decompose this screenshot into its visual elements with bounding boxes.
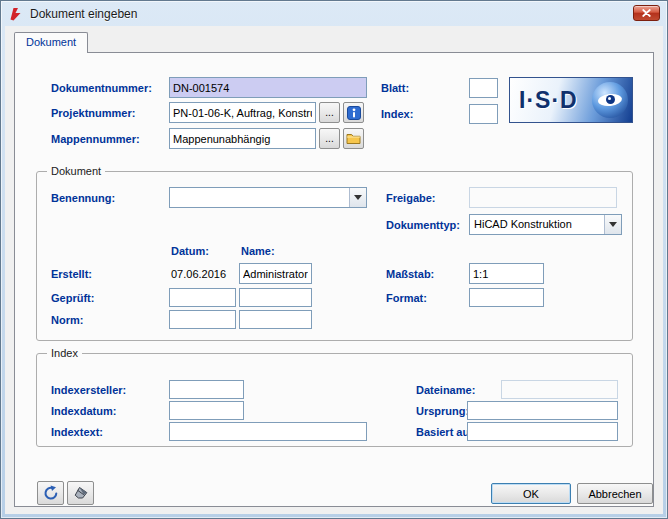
window-title: Dokument eingeben xyxy=(30,7,137,21)
tab-page: Dokumentnummer: Blatt: I·S·D Projektnumm… xyxy=(14,52,654,507)
norm-label: Norm: xyxy=(51,314,83,327)
indexdatum-input[interactable] xyxy=(169,401,244,420)
dokumentnummer-label: Dokumentnummer: xyxy=(51,82,152,95)
blatt-label: Blatt: xyxy=(381,82,409,95)
format-label: Format: xyxy=(386,292,427,305)
isd-logo-text: I·S·D xyxy=(519,87,578,114)
dateiname-label: Dateiname: xyxy=(416,384,475,397)
mappennummer-label: Mappennummer: xyxy=(51,133,140,146)
geprueft-name-input[interactable] xyxy=(239,288,312,307)
datum-column-header: Datum: xyxy=(171,245,209,258)
indextext-input[interactable] xyxy=(169,422,367,441)
isd-eye-icon xyxy=(592,82,628,118)
close-icon xyxy=(642,9,651,17)
folder-icon xyxy=(346,132,361,145)
dokumenttyp-value: HiCAD Konstruktion xyxy=(474,218,601,230)
projektnummer-browse-button[interactable]: ... xyxy=(319,102,340,123)
ursprung-label: Ursprung: xyxy=(416,405,469,418)
mappennummer-folder-button[interactable] xyxy=(343,128,364,149)
tab-dokument[interactable]: Dokument xyxy=(14,32,88,53)
benennung-label: Benennung: xyxy=(51,192,115,205)
projektnummer-input[interactable] xyxy=(169,102,316,123)
info-icon xyxy=(347,106,361,120)
dokumenttyp-label: Dokumenttyp: xyxy=(386,219,460,232)
blatt-input[interactable] xyxy=(469,78,498,98)
index-group-title: Index xyxy=(47,346,82,361)
projektnummer-label: Projektnummer: xyxy=(51,107,135,120)
dateiname-field xyxy=(501,380,618,399)
geprueft-label: Geprüft: xyxy=(51,292,94,305)
erstellt-name-field xyxy=(239,263,312,284)
cancel-button[interactable]: Abbrechen xyxy=(577,483,653,504)
app-icon xyxy=(8,6,24,22)
refresh-button[interactable] xyxy=(37,481,64,505)
erstellt-datum-value: 07.06.2016 xyxy=(171,268,226,281)
dokumenttyp-select[interactable]: HiCAD Konstruktion xyxy=(469,214,622,235)
benennung-select[interactable] xyxy=(169,187,367,208)
dokumenttyp-dropdown-arrow-icon xyxy=(604,215,621,234)
dialog-client: Dokument Dokumentnummer: Blatt: I·S·D Pr… xyxy=(5,26,663,514)
freigabe-field xyxy=(469,187,617,208)
dialog-window: Dokument eingeben Dokument Dokumentnumme… xyxy=(0,0,668,519)
dokumentnummer-input[interactable] xyxy=(169,77,367,98)
titlebar: Dokument eingeben xyxy=(1,1,667,26)
indextext-label: Indextext: xyxy=(51,426,103,439)
mappennummer-input[interactable] xyxy=(169,128,316,149)
isd-logo: I·S·D xyxy=(509,77,633,123)
refresh-icon xyxy=(43,485,59,501)
freigabe-label: Freigabe: xyxy=(386,192,436,205)
geprueft-datum-input[interactable] xyxy=(169,288,236,307)
index-label: Index: xyxy=(381,108,413,121)
norm-datum-input[interactable] xyxy=(169,310,236,329)
masstab-input[interactable] xyxy=(469,263,544,284)
erstellt-label: Erstellt: xyxy=(51,268,92,281)
benennung-dropdown-arrow-icon xyxy=(349,188,366,207)
name-column-header: Name: xyxy=(241,245,275,258)
mappennummer-browse-button[interactable]: ... xyxy=(319,128,340,149)
indexersteller-input[interactable] xyxy=(169,380,244,399)
masstab-label: Maßstab: xyxy=(386,268,434,281)
indexersteller-label: Indexersteller: xyxy=(51,384,126,397)
format-input[interactable] xyxy=(469,288,544,307)
norm-name-input[interactable] xyxy=(239,310,312,329)
tab-label: Dokument xyxy=(26,36,76,48)
ok-button[interactable]: OK xyxy=(491,483,571,504)
close-button[interactable] xyxy=(633,5,660,21)
ursprung-input[interactable] xyxy=(467,401,618,420)
eraser-button[interactable] xyxy=(67,481,94,505)
indexdatum-label: Indexdatum: xyxy=(51,405,116,418)
projektnummer-info-button[interactable] xyxy=(343,102,364,123)
basiert-auf-input[interactable] xyxy=(467,422,618,441)
eraser-icon xyxy=(73,485,89,501)
index-input[interactable] xyxy=(469,104,498,124)
dokument-group-title: Dokument xyxy=(47,164,105,179)
